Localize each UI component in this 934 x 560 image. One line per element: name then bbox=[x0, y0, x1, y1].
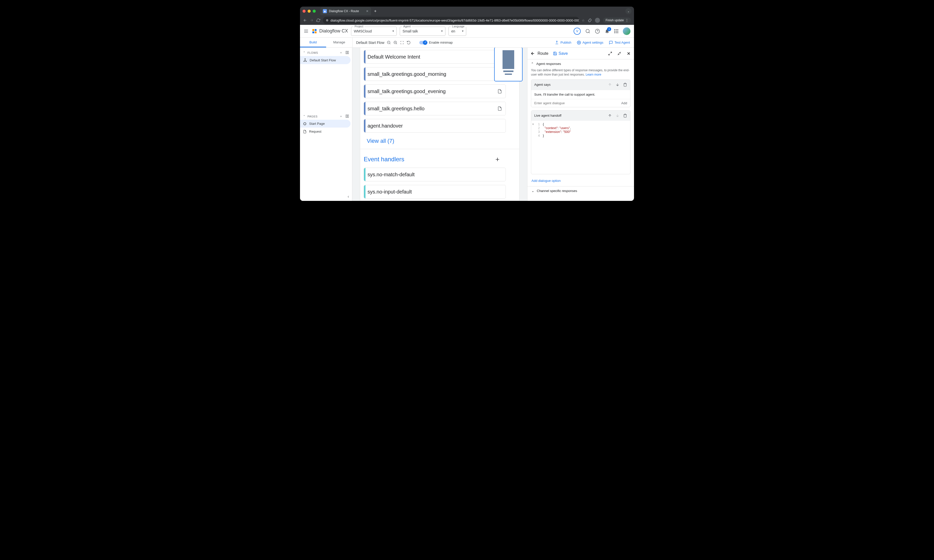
url-field[interactable]: ⚙ dialogflow.cloud.google.com/cx/project… bbox=[323, 17, 579, 24]
event-item[interactable]: sys.no-input-default bbox=[364, 185, 506, 198]
close-tab-icon[interactable]: ✕ bbox=[366, 9, 368, 13]
flow-item-default-start-flow[interactable]: Default Start Flow bbox=[300, 56, 350, 64]
move-up-icon[interactable] bbox=[608, 83, 612, 87]
page-list-icon[interactable] bbox=[345, 114, 349, 118]
publish-button[interactable]: Publish bbox=[555, 41, 571, 45]
reset-icon[interactable] bbox=[407, 41, 411, 45]
product-logo[interactable]: Dialogflow CX bbox=[312, 28, 348, 34]
browser-tab[interactable]: ◆ Dialogflow CX - Route ✕ bbox=[320, 7, 371, 15]
reload-icon[interactable] bbox=[316, 18, 320, 22]
pages-header: PAGES bbox=[308, 115, 318, 118]
fit-icon[interactable] bbox=[400, 41, 404, 45]
page-item-label: Request bbox=[309, 129, 321, 134]
minimap-toggle[interactable]: ✓ bbox=[419, 41, 427, 45]
save-button[interactable]: Save bbox=[553, 51, 568, 56]
route-item[interactable]: small_talk.greetings.good_evening bbox=[364, 85, 506, 98]
add-flow-icon[interactable]: ＋ bbox=[340, 51, 343, 55]
agent-settings-button[interactable]: Agent settings bbox=[577, 41, 603, 45]
collapse-icon[interactable] bbox=[617, 51, 621, 55]
menu-icon[interactable] bbox=[304, 29, 308, 34]
collapse-section-icon[interactable]: ⌃ bbox=[531, 62, 534, 66]
user-photo[interactable] bbox=[623, 28, 630, 35]
move-down-icon[interactable] bbox=[615, 114, 620, 118]
agent-says-card: Agent says Sure, I'll transfer the call … bbox=[531, 79, 630, 107]
test-agent-button[interactable]: Test Agent bbox=[609, 41, 630, 45]
bookmark-icon[interactable]: ☆ bbox=[582, 18, 585, 22]
user-initial: V bbox=[576, 29, 578, 33]
product-name: Dialogflow CX bbox=[319, 28, 348, 34]
tab-overflow-button[interactable]: ⌄ bbox=[626, 8, 632, 14]
flow-name: Default Start Flow bbox=[356, 41, 384, 45]
event-handlers-title: Event handlers bbox=[364, 156, 404, 163]
move-down-icon[interactable] bbox=[615, 83, 620, 87]
agent-responses-title: Agent responses bbox=[536, 62, 561, 66]
back-icon[interactable] bbox=[530, 51, 535, 56]
delete-icon[interactable] bbox=[623, 83, 627, 87]
finish-update-label: Finish update bbox=[606, 18, 624, 22]
route-item[interactable]: small_talk.greetings.hello bbox=[364, 102, 506, 115]
user-initial-avatar[interactable]: V bbox=[573, 28, 581, 35]
apps-grid-icon[interactable] bbox=[614, 29, 618, 33]
route-side-panel: Route Save ⌃ Agent responses bbox=[527, 48, 634, 201]
tab-build[interactable]: Build bbox=[300, 37, 326, 48]
language-selector[interactable]: Language en ▼ bbox=[449, 27, 466, 36]
browser-profile-icon[interactable] bbox=[595, 18, 600, 23]
back-icon[interactable] bbox=[303, 18, 307, 22]
help-icon[interactable] bbox=[595, 29, 600, 34]
route-item[interactable]: agent.handover bbox=[364, 119, 506, 133]
zoom-in-icon[interactable] bbox=[393, 41, 398, 45]
delete-icon[interactable] bbox=[623, 114, 627, 118]
page-item-start-page[interactable]: Start Page bbox=[300, 120, 350, 128]
agent-says-text[interactable]: Sure, I'll transfer the call to support … bbox=[531, 90, 630, 99]
new-tab-button[interactable]: + bbox=[373, 8, 378, 14]
tab-manage[interactable]: Manage bbox=[326, 37, 352, 48]
svg-point-4 bbox=[578, 42, 580, 43]
add-dialogue-option[interactable]: Add dialogue option bbox=[527, 177, 634, 186]
project-selector[interactable]: Project WMSCloud ▼ bbox=[351, 27, 397, 36]
collapse-pages-icon[interactable]: ⌃ bbox=[303, 115, 305, 118]
language-value: en bbox=[451, 29, 455, 33]
flow-list-icon[interactable] bbox=[345, 51, 349, 55]
tab-title: Dialogflow CX - Route bbox=[329, 9, 359, 13]
agent-selector[interactable]: Agent Small talk ▼ bbox=[400, 27, 445, 36]
route-item[interactable]: small_talk.greetings.good_morning bbox=[364, 67, 506, 81]
svg-point-7 bbox=[305, 58, 305, 59]
minimize-window[interactable] bbox=[308, 10, 311, 13]
add-page-icon[interactable]: ＋ bbox=[340, 114, 343, 118]
search-icon[interactable] bbox=[585, 29, 590, 34]
route-item[interactable]: Default Welcome Intent bbox=[364, 50, 506, 64]
extensions-icon[interactable] bbox=[588, 18, 592, 22]
notifications-icon[interactable]: 1 bbox=[604, 29, 610, 34]
kebab-icon: ⋮ bbox=[626, 18, 629, 22]
page-icon bbox=[498, 89, 502, 94]
channel-responses-section[interactable]: ⌄ Channel specific responses bbox=[527, 186, 634, 195]
add-event-handler-icon[interactable]: ＋ bbox=[494, 155, 506, 164]
zoom-out-icon[interactable] bbox=[387, 41, 391, 45]
add-dialogue-button[interactable]: Add bbox=[621, 101, 627, 105]
chevron-down-icon: ▼ bbox=[392, 30, 395, 32]
collapse-flows-icon[interactable]: ⌃ bbox=[303, 51, 305, 54]
url-text: dialogflow.cloud.google.com/cx/projects/… bbox=[330, 18, 579, 22]
close-window[interactable] bbox=[302, 10, 305, 13]
browser-address-bar: ⚙ dialogflow.cloud.google.com/cx/project… bbox=[300, 16, 634, 25]
close-panel-icon[interactable] bbox=[626, 51, 631, 56]
collapse-left-panel-icon[interactable]: ‹ bbox=[348, 194, 349, 199]
json-editor[interactable]: ▾1 { 2 "context": "users", 3 "extension"… bbox=[531, 121, 630, 174]
svg-rect-10 bbox=[346, 115, 347, 118]
view-all-routes[interactable]: View all (7) bbox=[364, 136, 506, 149]
agent-says-title: Agent says bbox=[534, 83, 550, 86]
agent-value: Small talk bbox=[402, 29, 418, 33]
agent-dialogue-input[interactable] bbox=[534, 101, 621, 105]
app-top-bar: Dialogflow CX Project WMSCloud ▼ Agent S… bbox=[300, 25, 634, 37]
move-up-icon[interactable] bbox=[608, 114, 612, 118]
flow-canvas[interactable]: Default Welcome Intent small_talk.greeti… bbox=[352, 48, 527, 201]
site-settings-icon[interactable]: ⚙ bbox=[326, 19, 328, 22]
event-item[interactable]: sys.no-match-default bbox=[364, 168, 506, 182]
minimap[interactable] bbox=[494, 48, 522, 82]
learn-more-link[interactable]: Learn more bbox=[586, 73, 601, 76]
forward-icon[interactable] bbox=[310, 18, 314, 22]
page-item-request[interactable]: Request bbox=[300, 128, 350, 135]
finish-update-button[interactable]: Finish update ⋮ bbox=[603, 17, 631, 23]
expand-icon[interactable] bbox=[608, 51, 612, 55]
maximize-window[interactable] bbox=[313, 10, 316, 13]
